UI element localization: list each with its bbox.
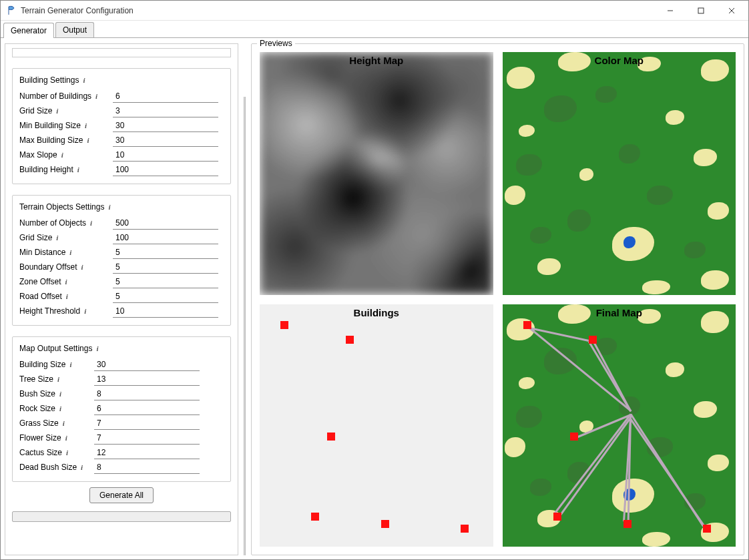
row-to-grid-size: Grid Sizei	[19, 230, 224, 245]
panel-divider[interactable]	[244, 97, 246, 555]
row-tree-size: Tree Sizei	[19, 372, 224, 386]
input-boundary-offset[interactable]	[113, 260, 218, 274]
map-output-header: Map Output Settings i	[19, 344, 224, 353]
input-cactus-size[interactable]	[94, 446, 200, 459]
row-num-buildings: Number of Buildingsi	[19, 89, 224, 103]
preview-grid: Height Map Color Map Buildings	[260, 52, 736, 547]
input-max-slope[interactable]	[113, 148, 218, 162]
info-icon[interactable]: i	[69, 248, 71, 256]
building-marker	[311, 513, 319, 521]
input-dead-bush-size[interactable]	[94, 461, 200, 474]
info-icon[interactable]: i	[56, 234, 58, 242]
tab-output[interactable]: Output	[55, 22, 94, 37]
settings-panel: Building Settings i Number of Buildingsi…	[5, 43, 238, 555]
info-icon[interactable]: i	[57, 375, 59, 383]
row-max-slope: Max Slopei	[19, 148, 224, 162]
building-marker	[553, 513, 561, 521]
input-flower-size[interactable]	[94, 431, 200, 445]
input-grid-size[interactable]	[113, 104, 218, 117]
info-icon[interactable]: i	[65, 434, 67, 442]
input-bush-size[interactable]	[94, 387, 200, 400]
titlebar: Terrain Generator Configuration	[1, 1, 748, 21]
building-marker	[570, 433, 578, 441]
info-icon[interactable]: i	[96, 344, 98, 352]
info-icon[interactable]: i	[69, 360, 71, 368]
building-marker	[381, 520, 389, 528]
buildings-title: Buildings	[260, 307, 493, 318]
info-icon[interactable]: i	[61, 151, 63, 159]
building-marker	[346, 336, 354, 344]
row-grass-size: Grass Sizei	[19, 416, 224, 431]
row-height-threshold: Height Thresholdi	[19, 304, 224, 318]
building-marker	[623, 520, 632, 528]
row-min-distance: Min Distancei	[19, 245, 224, 260]
colormap-canvas	[503, 52, 736, 295]
input-zone-offset[interactable]	[113, 275, 218, 288]
info-icon[interactable]: i	[63, 419, 65, 427]
row-building-height: Building Heighti	[19, 162, 224, 177]
info-icon[interactable]: i	[85, 121, 87, 129]
preview-finalmap: Final Map	[503, 304, 736, 547]
info-icon[interactable]: i	[66, 449, 68, 457]
input-road-offset[interactable]	[113, 290, 218, 303]
info-icon[interactable]: i	[95, 92, 97, 100]
info-icon[interactable]: i	[56, 107, 58, 115]
input-num-objects[interactable]	[113, 216, 218, 230]
input-rock-size[interactable]	[94, 402, 200, 415]
colormap-title: Color Map	[503, 55, 736, 66]
info-icon[interactable]: i	[65, 278, 67, 286]
row-mo-building-size: Building Sizei	[19, 357, 224, 372]
settings-scroll-area[interactable]: Building Settings i Number of Buildingsi…	[5, 43, 238, 555]
heightmap-canvas	[260, 52, 493, 295]
section-map-output: Map Output Settings i Building Sizei Tre…	[12, 336, 231, 482]
minimize-button[interactable]	[655, 1, 686, 21]
input-height-threshold[interactable]	[113, 304, 218, 318]
info-icon[interactable]: i	[87, 136, 89, 144]
previews-legend: Previews	[257, 39, 295, 48]
info-icon[interactable]: i	[66, 292, 68, 300]
input-mo-building-size[interactable]	[94, 358, 200, 371]
building-marker	[327, 433, 335, 441]
heightmap-title: Height Map	[260, 55, 493, 66]
buildings-canvas	[260, 304, 493, 547]
previews-frame: Previews Height Map Color Map Building	[251, 43, 744, 555]
info-icon[interactable]: i	[108, 203, 110, 211]
progress-bar	[12, 511, 231, 522]
svg-rect-1	[698, 8, 704, 13]
input-num-buildings[interactable]	[113, 89, 218, 103]
tab-generator[interactable]: Generator	[3, 23, 54, 38]
input-building-height[interactable]	[113, 163, 218, 176]
input-max-building-size[interactable]	[113, 133, 218, 147]
preview-colormap: Color Map	[503, 52, 736, 295]
info-icon[interactable]: i	[59, 404, 61, 412]
window-title: Terrain Generator Configuration	[21, 6, 655, 15]
building-marker	[589, 336, 597, 344]
previews-panel: Previews Height Map Color Map Building	[251, 43, 744, 555]
building-marker	[703, 525, 711, 533]
finalmap-title: Final Map	[503, 307, 736, 318]
close-button[interactable]	[716, 1, 747, 21]
input-grass-size[interactable]	[94, 416, 200, 430]
row-dead-bush-size: Dead Bush Sizei	[19, 460, 224, 475]
input-min-building-size[interactable]	[113, 119, 218, 132]
row-boundary-offset: Boundary Offseti	[19, 260, 224, 274]
info-icon[interactable]: i	[81, 263, 83, 271]
input-min-distance[interactable]	[113, 246, 218, 259]
info-icon[interactable]: i	[84, 307, 86, 315]
app-window: Terrain Generator Configuration Generato…	[0, 0, 749, 560]
input-tree-size[interactable]	[94, 372, 200, 386]
info-icon[interactable]: i	[77, 166, 79, 174]
maximize-button[interactable]	[686, 1, 716, 21]
info-icon[interactable]: i	[83, 76, 85, 84]
info-icon[interactable]: i	[59, 390, 61, 398]
section-terrain-objects: Terrain Objects Settings i Number of Obj…	[12, 195, 231, 326]
section-building-settings: Building Settings i Number of Buildingsi…	[12, 68, 231, 184]
building-marker	[523, 321, 531, 329]
row-road-offset: Road Offseti	[19, 289, 224, 304]
info-icon[interactable]: i	[90, 219, 92, 227]
info-icon[interactable]: i	[81, 463, 83, 471]
row-max-building-size: Max Building Sizei	[19, 133, 224, 148]
input-to-grid-size[interactable]	[113, 231, 218, 244]
generate-all-button[interactable]: Generate All	[89, 487, 154, 503]
row-zone-offset: Zone Offseti	[19, 274, 224, 289]
